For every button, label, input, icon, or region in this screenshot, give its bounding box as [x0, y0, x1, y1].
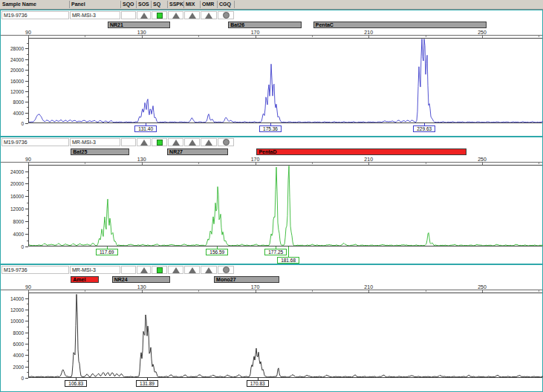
marker-bar-mono27[interactable]: Mono27 [214, 276, 279, 283]
electropherogram-trace [29, 39, 543, 123]
y-axis-label: 24000 [1, 57, 24, 62]
marker-bar-nr21[interactable]: NR21 [108, 22, 170, 28]
electropherogram-plot[interactable]: 04000800012000160002000024000 [1, 165, 542, 246]
marker-bar-bat25[interactable]: Bat25 [71, 148, 129, 155]
flag-cell-sqo[interactable] [121, 138, 136, 146]
marker-bar-pentad[interactable]: PentaD [256, 148, 466, 155]
sample-group[interactable]: M19-9736MR-MSI-3AmelNR24Mono279013017021… [0, 264, 543, 392]
flag-cell-mix[interactable] [184, 266, 200, 274]
sample-name-cell[interactable]: M19-9736 [1, 266, 69, 274]
ruler-line [1, 290, 542, 290]
y-axis-label: 20000 [1, 181, 24, 186]
ruler-minor-tick [539, 36, 539, 37]
ruler-tick-label: 90 [25, 30, 31, 35]
peak-label-connector [288, 246, 289, 257]
sample-info-row[interactable]: M19-9736MR-MSI-3 [1, 10, 542, 21]
flag-cell-sos[interactable] [137, 138, 151, 146]
warning-triangle-icon [205, 13, 212, 19]
quality-pass-square-icon [157, 13, 163, 19]
y-axis-label: 4000 [1, 111, 24, 116]
y-axis-label: 16000 [1, 79, 24, 84]
flag-cell-sos[interactable] [137, 11, 151, 19]
peak-size-label[interactable]: 106.83 [65, 380, 87, 387]
electropherogram-plot[interactable]: 0400080001200016000200002400028000 [1, 38, 542, 123]
flag-cell-sspk[interactable] [168, 11, 183, 19]
ruler-tick-label: 130 [137, 284, 146, 290]
column-separator [234, 1, 235, 8]
marker-bar-amel[interactable]: Amel [71, 276, 99, 283]
marker-bar-row: AmelNR24Mono27 [1, 275, 542, 284]
electropherogram-trace [29, 166, 543, 246]
flag-cell-sqo[interactable] [121, 266, 136, 274]
flag-cell-sq[interactable] [152, 11, 167, 19]
flag-cell-sspk[interactable] [168, 266, 183, 274]
marker-bar-bat26[interactable]: Bat26 [228, 22, 302, 28]
flag-cell-cgq[interactable] [218, 11, 234, 19]
peak-size-label[interactable]: 131.89 [136, 380, 158, 387]
flag-cell-mix[interactable] [184, 11, 200, 19]
column-header-sos[interactable]: SOS [138, 1, 149, 7]
plot-area[interactable] [28, 165, 542, 246]
column-header-omr[interactable]: OMR [202, 1, 214, 7]
column-header-mix[interactable]: MIX [186, 1, 195, 7]
column-header-sq[interactable]: SQ [153, 1, 160, 7]
column-header-sqo[interactable]: SQO [123, 1, 134, 7]
column-header-sample-name[interactable]: Sample Name [2, 1, 36, 7]
peak-size-label[interactable]: 175.36 [259, 125, 282, 132]
column-separator [151, 1, 152, 8]
ruler-minor-tick [426, 290, 426, 292]
marker-bar-row: NR21Bat26PentaC [1, 21, 542, 30]
table-header-row: Sample NamePanelSQOSOSSQSSPKMIXOMRCGQ [0, 0, 543, 10]
sample-info-row[interactable]: M19-9736MR-MSI-3 [1, 265, 542, 275]
flag-cell-sq[interactable] [152, 138, 167, 146]
flag-cell-sos[interactable] [137, 266, 151, 274]
panel-name-cell[interactable]: MR-MSI-3 [70, 11, 120, 19]
peak-size-label[interactable]: 229.63 [413, 125, 435, 132]
sample-group[interactable]: M19-9736MR-MSI-3NR21Bat26PentaC901301702… [0, 10, 543, 137]
ruler-minor-tick [312, 36, 313, 37]
sample-groups-container: M19-9736MR-MSI-3NR21Bat26PentaC901301702… [0, 10, 543, 392]
sample-group[interactable]: M19-9736MR-MSI-3Bat25NR27PentaD901301702… [0, 137, 543, 264]
peak-size-label[interactable]: 117.69 [96, 249, 118, 255]
column-separator [136, 1, 137, 8]
flag-cell-omr[interactable] [201, 138, 217, 146]
flag-cell-cgq[interactable] [218, 138, 234, 146]
sample-info-row[interactable]: M19-9736MR-MSI-3 [1, 137, 542, 148]
warning-triangle-icon [172, 140, 180, 146]
peak-size-label[interactable]: 170.83 [247, 380, 269, 387]
ruler-tick-label: 210 [364, 157, 373, 162]
plot-area[interactable] [28, 293, 542, 378]
marker-bar-pentac[interactable]: PentaC [313, 22, 487, 28]
column-header-panel[interactable]: Panel [71, 1, 85, 7]
column-header-sspk[interactable]: SSPK [169, 1, 183, 7]
panel-name-cell[interactable]: MR-MSI-3 [70, 266, 120, 274]
flag-cell-cgq[interactable] [218, 266, 234, 274]
flag-cell-mix[interactable] [184, 138, 200, 146]
ruler-tick-label: 170 [251, 157, 260, 162]
peak-size-label[interactable]: 181.68 [277, 257, 299, 264]
flag-cell-sspk[interactable] [168, 138, 183, 146]
sample-name-cell[interactable]: M19-9736 [1, 138, 69, 146]
column-header-cgq[interactable]: CGQ [219, 1, 231, 7]
panel-name-cell[interactable]: MR-MSI-3 [70, 138, 120, 146]
flag-cell-omr[interactable] [201, 266, 217, 274]
ruler-minor-tick [539, 290, 539, 292]
marker-bar-nr27[interactable]: NR27 [167, 148, 228, 155]
sample-name-cell[interactable]: M19-9736 [1, 11, 69, 19]
electropherogram-plot[interactable]: 02000400060008000100001200014000 [1, 293, 542, 378]
flag-cell-omr[interactable] [201, 11, 217, 19]
marker-bar-nr24[interactable]: NR24 [112, 276, 170, 283]
warning-triangle-icon [205, 267, 212, 273]
ruler-minor-tick [198, 290, 199, 292]
y-axis-label: 14000 [1, 296, 24, 301]
flag-cell-sqo[interactable] [121, 11, 136, 19]
y-axis-label: 2000 [1, 365, 24, 370]
plot-area[interactable] [28, 38, 542, 123]
peak-size-label[interactable]: 131.40 [134, 125, 157, 132]
peak-size-label[interactable]: 156.59 [206, 249, 228, 255]
peak-size-label[interactable]: 177.25 [264, 249, 287, 255]
flag-cell-sq[interactable] [152, 266, 167, 274]
ruler-minor-tick [312, 163, 313, 164]
ruler-tick-label: 130 [137, 30, 146, 35]
y-axis-label: 6000 [1, 342, 24, 347]
